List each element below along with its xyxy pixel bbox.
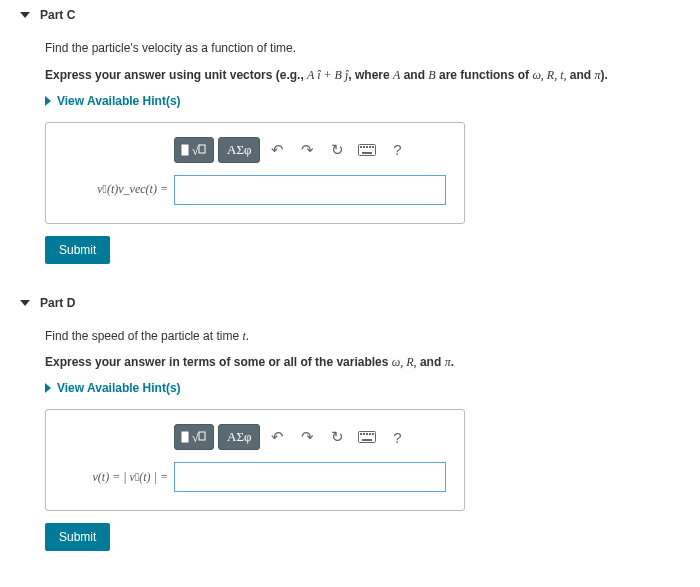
undo-button[interactable]: ↶ [264, 424, 290, 450]
redo-button[interactable]: ↷ [294, 137, 320, 163]
view-hints-link[interactable]: View Available Hint(s) [45, 94, 655, 108]
keyboard-icon [358, 431, 376, 443]
submit-button[interactable]: Submit [45, 236, 110, 264]
templates-button[interactable]: √ [174, 424, 214, 450]
keyboard-button[interactable] [354, 137, 380, 163]
express-mid: , where [348, 68, 393, 82]
redo-button[interactable]: ↷ [294, 424, 320, 450]
svg-rect-14 [360, 433, 362, 435]
svg-rect-4 [360, 146, 362, 148]
equation-toolbar: √ ΑΣφ ↶ ↷ ↻ ? [174, 424, 446, 450]
greek-button[interactable]: ΑΣφ [218, 137, 260, 163]
reset-button[interactable]: ↻ [324, 137, 350, 163]
undo-button[interactable]: ↶ [264, 137, 290, 163]
reset-button[interactable]: ↻ [324, 424, 350, 450]
templates-icon: √ [181, 142, 207, 158]
express-prefix: Express your answer using unit vectors (… [45, 68, 307, 82]
express-instructions: Express your answer in terms of some or … [45, 354, 655, 371]
part-c-title: Part C [40, 8, 75, 22]
hints-label: View Available Hint(s) [57, 94, 181, 108]
express-instructions: Express your answer using unit vectors (… [45, 67, 655, 84]
svg-rect-17 [369, 433, 371, 435]
svg-rect-10 [182, 432, 188, 442]
svg-rect-0 [182, 145, 188, 155]
express-var-b: B [428, 68, 435, 82]
svg-rect-6 [366, 146, 368, 148]
answer-lhs: v(t) = | v⃗(t) | = [64, 470, 174, 485]
keyboard-button[interactable] [354, 424, 380, 450]
equation-toolbar: √ ΑΣφ ↶ ↷ ↻ ? [174, 137, 446, 163]
svg-rect-18 [372, 433, 374, 435]
express-tail-and: and [567, 68, 595, 82]
help-button[interactable]: ? [384, 137, 410, 163]
part-d-body: Find the speed of the particle at time t… [0, 318, 700, 566]
templates-button[interactable]: √ [174, 137, 214, 163]
keyboard-icon [358, 144, 376, 156]
triangle-right-icon [45, 96, 51, 106]
greek-button[interactable]: ΑΣφ [218, 424, 260, 450]
svg-rect-9 [362, 152, 372, 154]
svg-rect-8 [372, 146, 374, 148]
express-close: . [451, 355, 454, 369]
help-button[interactable]: ? [384, 424, 410, 450]
svg-rect-2 [199, 145, 205, 153]
submit-button[interactable]: Submit [45, 523, 110, 551]
express-tail-vars: ω, R, [392, 355, 417, 369]
express-tail-vars: ω, R, t, [532, 68, 566, 82]
svg-rect-7 [369, 146, 371, 148]
part-d-title: Part D [40, 296, 75, 310]
svg-rect-12 [199, 432, 205, 440]
svg-rect-19 [362, 439, 372, 441]
answer-box: √ ΑΣφ ↶ ↷ ↻ ? v(t) = | v⃗(t) | = [45, 409, 465, 511]
svg-text:√: √ [192, 431, 199, 445]
express-prefix: Express your answer in terms of some or … [45, 355, 392, 369]
question-text: Find the speed of the particle at time t… [45, 328, 655, 345]
svg-rect-16 [366, 433, 368, 435]
hints-label: View Available Hint(s) [57, 381, 181, 395]
express-formula: A î + B ĵ [307, 68, 348, 82]
express-and: and [400, 68, 428, 82]
answer-lhs: v⃗(t)v_vec(t) = [64, 182, 174, 197]
part-c: Part C Find the particle's velocity as a… [0, 0, 700, 278]
answer-input[interactable] [174, 462, 446, 492]
express-close: ). [601, 68, 608, 82]
chevron-down-icon [20, 300, 30, 306]
answer-box: √ ΑΣφ ↶ ↷ ↻ ? v⃗(t)v_vec(t) = [45, 122, 465, 224]
svg-text:√: √ [192, 144, 199, 158]
part-d: Part D Find the speed of the particle at… [0, 288, 700, 566]
triangle-right-icon [45, 383, 51, 393]
express-tail-and: and [417, 355, 445, 369]
input-row: v(t) = | v⃗(t) | = [64, 462, 446, 492]
svg-rect-5 [363, 146, 365, 148]
chevron-down-icon [20, 12, 30, 18]
svg-rect-15 [363, 433, 365, 435]
templates-icon: √ [181, 429, 207, 445]
input-row: v⃗(t)v_vec(t) = [64, 175, 446, 205]
part-c-body: Find the particle's velocity as a functi… [0, 30, 700, 278]
question-text: Find the particle's velocity as a functi… [45, 40, 655, 57]
view-hints-link[interactable]: View Available Hint(s) [45, 381, 655, 395]
part-d-header[interactable]: Part D [0, 288, 700, 318]
express-suffix: are functions of [436, 68, 533, 82]
part-c-header[interactable]: Part C [0, 0, 700, 30]
answer-input[interactable] [174, 175, 446, 205]
